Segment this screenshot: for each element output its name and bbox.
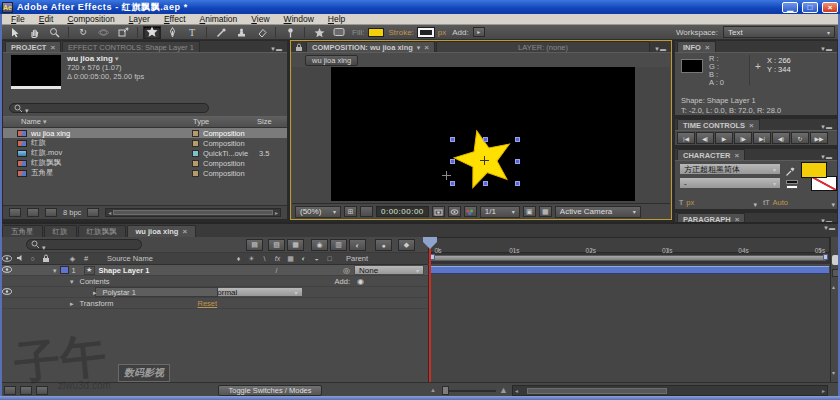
- scroll-left-icon[interactable]: ◂: [515, 387, 518, 394]
- new-folder-icon[interactable]: [27, 208, 39, 217]
- chevron-down-icon[interactable]: [831, 203, 835, 210]
- panel-menu-icon[interactable]: [820, 225, 838, 237]
- title-bar[interactable]: Ae Adobe After Effects - 红旗飘飘.aep *: [0, 0, 840, 14]
- minimize-button[interactable]: [782, 2, 798, 13]
- camera-view-select[interactable]: Active Camera: [555, 206, 641, 218]
- group-name[interactable]: Transform: [74, 299, 198, 308]
- layer-expander[interactable]: [53, 266, 57, 275]
- menu-item[interactable]: Composition: [60, 14, 121, 24]
- first-frame-button[interactable]: [677, 132, 695, 144]
- panel-menu-icon[interactable]: [651, 46, 669, 52]
- lock-icon[interactable]: [295, 43, 303, 52]
- transparency-grid-icon[interactable]: ▦: [539, 206, 552, 217]
- add-shape-attribute-button[interactable]: [473, 27, 485, 37]
- zoom-in-mountain-icon[interactable]: ▲: [499, 385, 508, 395]
- font-family-select[interactable]: 方正超粗黑简体: [679, 163, 781, 175]
- menu-item[interactable]: File: [4, 14, 32, 24]
- menu-item[interactable]: Effect: [157, 14, 193, 24]
- scroll-down-icon[interactable]: ▾: [832, 369, 835, 376]
- close-icon[interactable]: [182, 227, 187, 236]
- panel-menu-icon[interactable]: [817, 154, 835, 160]
- workspace-select[interactable]: Text: [723, 26, 835, 38]
- close-icon[interactable]: [749, 121, 754, 130]
- chevron-down-icon[interactable]: [115, 54, 119, 63]
- project-horizontal-scrollbar[interactable]: ◂▸: [105, 208, 281, 217]
- magnification-select[interactable]: (50%): [295, 206, 341, 218]
- composition-viewport[interactable]: [292, 67, 670, 203]
- selection-handle[interactable]: [515, 159, 520, 164]
- safe-guides-icon[interactable]: ⊞: [344, 206, 357, 217]
- blend-mode-select[interactable]: Normal: [207, 287, 303, 297]
- region-of-interest-icon[interactable]: ▣: [523, 206, 536, 217]
- panel-menu-icon[interactable]: [267, 46, 285, 52]
- loop-button[interactable]: [791, 132, 809, 144]
- label-color-chip[interactable]: [192, 130, 199, 137]
- brainstorm-icon[interactable]: ●: [375, 239, 392, 251]
- layer-duration-bar[interactable]: [431, 266, 829, 274]
- selection-handle[interactable]: [483, 181, 488, 186]
- menu-item[interactable]: Animation: [193, 14, 245, 24]
- scrollbar-thumb[interactable]: [527, 388, 667, 394]
- set-white-swatch[interactable]: [786, 185, 798, 189]
- menu-item[interactable]: Help: [321, 14, 352, 24]
- mask-visibility-icon[interactable]: [360, 206, 373, 217]
- work-area-end-handle[interactable]: [823, 254, 828, 260]
- delete-icon[interactable]: [87, 208, 99, 217]
- snapshot-icon[interactable]: [432, 206, 445, 217]
- new-composition-icon[interactable]: [45, 208, 57, 217]
- eraser-tool-button[interactable]: [252, 26, 270, 39]
- play-button[interactable]: [715, 132, 733, 144]
- tab-info[interactable]: INFO: [677, 41, 716, 52]
- parent-pickwhip-icon[interactable]: [343, 266, 350, 275]
- project-item-row[interactable]: wu jioa xing Composition: [3, 128, 287, 138]
- label-color-chip[interactable]: [192, 160, 199, 167]
- contents-row[interactable]: Contents Add:: [0, 276, 428, 287]
- label-color-chip[interactable]: [192, 170, 199, 177]
- puppet-pin-tool-button[interactable]: [281, 26, 299, 39]
- selection-tool-button[interactable]: [5, 26, 23, 39]
- set-black-swatch[interactable]: [786, 180, 798, 184]
- column-header-source[interactable]: Source Name: [93, 254, 232, 263]
- expand-time-stretch-icon[interactable]: [36, 386, 48, 395]
- tool-creates-shape-button[interactable]: [310, 26, 328, 39]
- quality-switch[interactable]: /: [270, 267, 283, 274]
- draft-3d-icon[interactable]: ▦: [287, 239, 304, 251]
- work-area-bar[interactable]: [430, 255, 826, 261]
- selection-handle[interactable]: [450, 181, 455, 186]
- frame-blending-icon[interactable]: ▥: [330, 239, 347, 251]
- font-style-select[interactable]: -: [679, 177, 781, 189]
- selection-handle[interactable]: [450, 137, 455, 142]
- project-item-row[interactable]: 五角星 Composition: [3, 168, 287, 178]
- type-tool-button[interactable]: T: [183, 26, 201, 39]
- bit-depth[interactable]: 8 bpc: [63, 208, 81, 217]
- hide-shy-layers-icon[interactable]: ◉: [311, 239, 328, 251]
- show-channel-icon[interactable]: [464, 206, 477, 217]
- selection-handle[interactable]: [515, 137, 520, 142]
- tab-project[interactable]: PROJECT: [5, 41, 61, 52]
- toggle-switches-modes-button[interactable]: Toggle Switches / Modes: [218, 385, 322, 396]
- menu-item[interactable]: Edit: [32, 14, 61, 24]
- rotate-tool-button[interactable]: ↻: [74, 26, 92, 39]
- polystar-row[interactable]: Polystar 1 Normal: [0, 287, 428, 298]
- menu-item[interactable]: View: [244, 14, 276, 24]
- orbit-camera-tool-button[interactable]: [94, 26, 112, 39]
- transform-row[interactable]: Transform Reset: [0, 298, 428, 309]
- anchor-point-icon[interactable]: [480, 156, 489, 165]
- expand-transfer-controls-icon[interactable]: [20, 386, 32, 395]
- label-color-chip[interactable]: [192, 140, 199, 147]
- label-color-chip[interactable]: [192, 150, 199, 157]
- close-button[interactable]: [822, 2, 838, 13]
- timeline-tab[interactable]: 五角星: [2, 225, 43, 237]
- project-item-row[interactable]: 红旗 Composition: [3, 138, 287, 148]
- tab-composition[interactable]: COMPOSITION: wu jioa xing: [306, 41, 435, 52]
- scroll-right-icon[interactable]: ▸: [822, 387, 825, 394]
- scroll-up-icon[interactable]: ▴: [832, 283, 835, 290]
- menu-item[interactable]: Layer: [122, 14, 157, 24]
- next-frame-button[interactable]: [734, 132, 752, 144]
- ram-preview-button[interactable]: [810, 132, 828, 144]
- interpret-footage-icon[interactable]: [9, 208, 21, 217]
- close-icon[interactable]: [424, 43, 429, 52]
- expand-layer-switches-icon[interactable]: [4, 386, 16, 395]
- fill-color-swatch[interactable]: [801, 162, 827, 178]
- stroke-color-swatch[interactable]: [418, 28, 434, 37]
